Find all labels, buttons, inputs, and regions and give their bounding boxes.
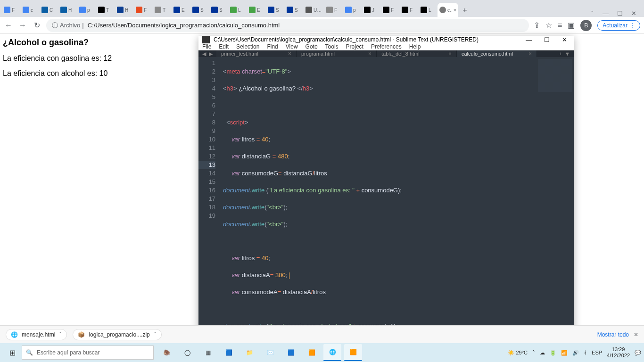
wifi-icon[interactable]: 📶 (561, 350, 568, 356)
menu-preferences[interactable]: Preferences (371, 43, 402, 50)
taskbar-explorer[interactable]: 📁 (240, 344, 258, 361)
taskbar-mail[interactable]: ✉️ (261, 344, 279, 361)
file-icon: ⓘ Archivo | (52, 21, 84, 30)
tab-prev-icon[interactable]: ◀ (202, 51, 206, 57)
output-line-alcohol: La eficiencia con alcohol es: 10 (3, 69, 112, 78)
chrome-tab[interactable]: T (96, 3, 115, 17)
chrome-tab[interactable]: T (153, 3, 172, 17)
volume-icon[interactable]: 🔊 (572, 350, 579, 356)
sublime-editor[interactable]: 12345678910111213141516171819 <meta char… (198, 57, 574, 362)
chrome-tab[interactable]: c (21, 3, 40, 17)
tab-menu-icon[interactable]: ▼ (565, 51, 570, 57)
maximize-icon[interactable]: ☐ (541, 36, 553, 43)
editor-tab[interactable]: tabla_del_8.html× (377, 50, 457, 57)
chrome-tab[interactable]: S (190, 3, 209, 17)
chrome-tab[interactable]: L (228, 3, 247, 17)
chrome-tab[interactable]: J (362, 3, 381, 17)
update-button[interactable]: Actualizar ⋮ (597, 20, 640, 31)
close-icon[interactable]: × (448, 50, 452, 57)
taskbar-sublime[interactable]: 🟧 (344, 344, 362, 361)
forward-button[interactable]: → (18, 21, 27, 30)
chrome-tab[interactable]: p (343, 3, 362, 17)
avatar[interactable]: B (580, 20, 592, 31)
bluetooth-icon[interactable]: ᚼ (584, 350, 587, 355)
menu-view[interactable]: View (286, 43, 298, 50)
chrome-tab[interactable]: p (77, 3, 96, 17)
chrome-tab[interactable]: F (400, 3, 419, 17)
chrome-toolbar: ← → ↻ ⓘ Archivo | C:/Users/User/Document… (0, 17, 644, 34)
chrome-tab[interactable]: C (40, 3, 58, 17)
editor-tab[interactable]: programa.html× (297, 50, 377, 57)
maximize-icon[interactable]: ☐ (617, 10, 623, 17)
chrome-tab[interactable]: F (324, 3, 343, 17)
chrome-tab[interactable]: S (209, 3, 228, 17)
taskbar-chrome[interactable]: 🌐 (323, 344, 341, 361)
chrome-tab[interactable]: L (419, 3, 438, 17)
editor-tab[interactable]: calculo_consumo.html× (457, 50, 537, 57)
chrome-tab[interactable]: F (2, 3, 21, 17)
close-icon[interactable]: × (288, 50, 291, 57)
side-panel-icon[interactable]: ▣ (568, 21, 575, 30)
rendered-page: ¿Alcohol o gasolina? La eficiencia con g… (3, 38, 112, 84)
menu-tools[interactable]: Tools (325, 43, 339, 50)
reading-list-icon[interactable]: ≡ (558, 21, 562, 30)
minimap[interactable] (536, 57, 574, 362)
code-area[interactable]: <meta charset="UTF-8"> <h3> ¿Alcohol o g… (220, 57, 536, 362)
notifications-icon[interactable]: 💬 (635, 350, 641, 356)
taskbar-powerpoint[interactable]: 🟧 (303, 344, 321, 361)
chrome-tab[interactable]: S (285, 3, 304, 17)
chrome-tab[interactable]: S (266, 3, 285, 17)
minimize-icon[interactable]: — (523, 36, 535, 43)
chrome-tab[interactable]: E (172, 3, 190, 17)
close-icon[interactable]: ✕ (631, 10, 636, 17)
download-item[interactable]: 🌐mensaje.html˄ (6, 329, 67, 340)
taskbar-app[interactable]: ▥ (199, 344, 217, 361)
address-bar[interactable]: ⓘ Archivo | C:/Users/User/Documents/logi… (46, 19, 529, 32)
menu-edit[interactable]: Edit (219, 43, 229, 50)
start-button[interactable]: ⊞ (3, 343, 22, 362)
share-icon[interactable]: ⇪ (534, 21, 540, 30)
close-icon[interactable]: ✕ (559, 36, 570, 43)
menu-help[interactable]: Help (409, 43, 421, 50)
menu-project[interactable]: Project (346, 43, 363, 50)
menu-find[interactable]: Find (267, 43, 278, 50)
menu-goto[interactable]: Goto (305, 43, 318, 50)
taskbar-edge[interactable]: 🟦 (220, 344, 238, 361)
editor-tab[interactable]: primer_test.html× (216, 50, 297, 57)
new-tab-button[interactable]: + (458, 4, 471, 17)
star-icon[interactable]: ☆ (545, 21, 552, 30)
show-all-downloads[interactable]: Mostrar todo (597, 331, 629, 338)
reload-button[interactable]: ↻ (32, 21, 41, 30)
close-icon[interactable]: × (454, 7, 456, 13)
weather-widget[interactable]: ☀️ 29°C (508, 350, 528, 356)
onedrive-icon[interactable]: ☁ (540, 350, 545, 356)
sublime-titlebar[interactable]: C:\Users\User\Documents\logica_programac… (198, 36, 574, 43)
chrome-tab-active[interactable]: ca × (438, 3, 458, 17)
close-icon[interactable]: × (368, 50, 372, 57)
battery-icon[interactable]: 🔋 (550, 350, 556, 356)
chrome-tab[interactable]: H (115, 3, 134, 17)
close-icon[interactable]: × (528, 50, 532, 57)
taskbar: ⊞ 🔍 Escribe aquí para buscar 🦣 ◯ ▥ 🟦 📁 ✉… (0, 343, 644, 362)
language-indicator[interactable]: ESP (592, 350, 602, 355)
tab-next-icon[interactable]: ▶ (209, 51, 213, 57)
minimize-icon[interactable]: — (603, 10, 609, 17)
chevron-down-icon[interactable]: ˅ (591, 10, 594, 17)
close-icon[interactable]: ✕ (634, 331, 638, 338)
taskbar-taskview[interactable]: ◯ (178, 344, 196, 361)
download-item[interactable]: 📦logica_progamacio....zip˄ (73, 329, 161, 340)
chrome-tab[interactable]: UT. C (304, 3, 324, 17)
chrome-tab[interactable]: H (58, 3, 77, 17)
back-button[interactable]: ← (4, 21, 13, 30)
tab-add-icon[interactable]: + (559, 51, 562, 57)
taskbar-word[interactable]: 🟦 (282, 344, 300, 361)
menu-selection[interactable]: Selection (236, 43, 259, 50)
chrome-tab[interactable]: E (247, 3, 266, 17)
taskbar-app[interactable]: 🦣 (157, 344, 175, 361)
chrome-tab[interactable]: F (381, 3, 400, 17)
menu-file[interactable]: File (202, 43, 211, 50)
taskbar-search[interactable]: 🔍 Escribe aquí para buscar (22, 346, 154, 360)
tray-chevron-icon[interactable]: ˄ (532, 350, 535, 356)
clock[interactable]: 13:29 4/12/2022 (607, 346, 630, 359)
chrome-tab[interactable]: F (134, 3, 153, 17)
